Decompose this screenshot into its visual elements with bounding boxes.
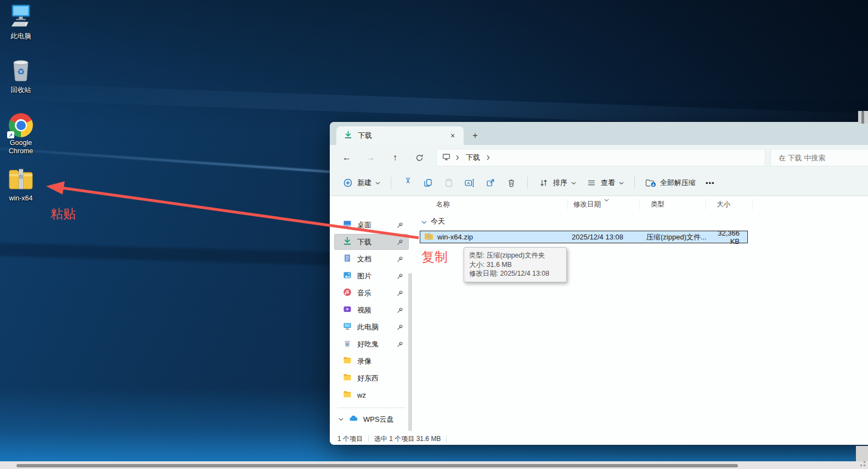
svg-text:♻: ♻	[346, 343, 348, 346]
group-header-today[interactable]: 今天	[418, 213, 868, 230]
desktop-icon-chrome[interactable]: ↗ Google Chrome	[0, 110, 42, 155]
paste-icon	[443, 177, 454, 188]
downloads-icon	[343, 237, 352, 247]
file-date: 2025/12/4 13:08	[566, 233, 643, 241]
breadcrumb-item[interactable]: 下载	[465, 152, 481, 164]
chevron-right-icon	[487, 155, 490, 160]
pin-icon	[397, 256, 403, 263]
desktop-icon-label: 回收站	[0, 86, 42, 94]
sidebar-item-haochigui[interactable]: ♻ 好吃鬼	[334, 336, 409, 352]
delete-button[interactable]	[501, 174, 522, 192]
tooltip-size: 大小: 31.6 MB	[469, 260, 561, 270]
resize-grip-icon	[864, 461, 865, 463]
folder-icon	[343, 356, 352, 366]
this-pc-icon	[8, 4, 33, 31]
horizontal-scrollbar[interactable]	[0, 461, 868, 469]
tab-downloads[interactable]: 下载 ×	[336, 126, 464, 145]
desktop-icon-label: 此电脑	[0, 32, 42, 41]
documents-icon	[343, 254, 352, 264]
tab-close-icon[interactable]: ×	[447, 130, 458, 141]
desktop-icon-win-x64[interactable]: win-x64	[0, 165, 42, 203]
desktop-icon-recycle-bin[interactable]: ♻ 回收站	[0, 57, 42, 94]
vertical-scrollbar[interactable]	[858, 111, 868, 124]
status-divider	[368, 436, 369, 443]
view-button[interactable]: 查看	[581, 174, 629, 192]
more-icon: •••	[706, 179, 715, 187]
desktop-icon-this-pc[interactable]: 此电脑	[0, 3, 42, 41]
pin-icon	[397, 290, 403, 297]
this-pc-icon	[343, 322, 352, 332]
status-divider	[446, 436, 447, 443]
sidebar-item-desktop[interactable]: 桌面	[334, 217, 409, 233]
extract-all-button[interactable]: 全部解压缩	[640, 174, 701, 192]
desktop-icon-label: win-x64	[0, 194, 42, 203]
chrome-icon: ↗	[9, 113, 33, 137]
horizontal-scrollbar-thumb[interactable]	[16, 464, 738, 467]
file-size: 32,366 KB	[708, 229, 744, 245]
new-button[interactable]: 新建	[337, 174, 385, 192]
sidebar-scrollbar[interactable]	[408, 273, 412, 431]
rename-icon: A	[464, 177, 475, 188]
folder-icon	[343, 390, 352, 400]
refresh-button[interactable]	[411, 149, 427, 166]
sort-button-label: 排序	[553, 178, 567, 188]
sidebar-item-videos[interactable]: 视频	[334, 302, 409, 318]
new-tab-button[interactable]: +	[468, 129, 482, 143]
search-input[interactable]	[777, 153, 868, 163]
zip-file-icon	[424, 232, 433, 242]
toolbar-divider	[634, 177, 635, 189]
search-box[interactable]	[770, 149, 868, 166]
share-button[interactable]	[480, 174, 501, 192]
tooltip-type: 类型: 压缩(zipped)文件夹	[469, 251, 561, 260]
sidebar-item-documents[interactable]: 文档	[334, 251, 409, 267]
breadcrumb[interactable]: 下载	[436, 149, 765, 166]
navigation-pane: 桌面 下载	[330, 196, 413, 433]
sidebar-item-this-pc[interactable]: 此电脑	[334, 319, 409, 335]
sort-caret-icon	[604, 196, 609, 203]
address-bar: ← → ↑ 下载	[330, 145, 868, 170]
item-count: 1 个项目	[337, 434, 363, 444]
rename-button[interactable]: A	[459, 174, 480, 192]
sidebar-item-downloads[interactable]: 下载	[334, 234, 409, 250]
copy-icon	[422, 177, 433, 188]
sidebar-item-luxiang[interactable]: 录像	[334, 353, 409, 369]
trash-icon	[506, 177, 517, 188]
folder-icon	[343, 373, 352, 383]
forward-button[interactable]: →	[363, 149, 379, 166]
sidebar-item-pictures[interactable]: 图片	[334, 268, 409, 284]
paste-button[interactable]	[438, 174, 459, 192]
sidebar-item-wz[interactable]: wz	[334, 387, 409, 403]
cut-icon: ✂	[402, 177, 413, 188]
chevron-down-icon	[421, 217, 427, 226]
sidebar-item-music[interactable]: 音乐	[334, 285, 409, 301]
vertical-scrollbar-thumb[interactable]	[861, 111, 864, 124]
tab-bar: 下载 × +	[330, 122, 868, 145]
shortcut-arrow-icon: ↗	[7, 131, 14, 138]
sort-button[interactable]: 排序	[533, 174, 581, 192]
copy-button[interactable]	[418, 174, 438, 192]
pin-icon	[397, 239, 403, 245]
sidebar-item-wps-cloud[interactable]: WPS云盘	[334, 411, 409, 427]
bin-icon: ♻	[343, 339, 352, 349]
column-headers: 名称 修改日期 类型 大小	[418, 197, 868, 211]
cut-button[interactable]: ✂	[397, 174, 418, 192]
chevron-down-icon	[375, 182, 380, 185]
selection-info: 选中 1 个项目 31.6 MB	[374, 434, 441, 444]
recycle-bin-icon: ♻	[9, 56, 33, 85]
resize-grip-icon	[864, 465, 865, 466]
sort-icon	[538, 177, 549, 188]
resize-grip-icon	[860, 465, 862, 466]
sidebar-item-haodongxi[interactable]: 好东西	[334, 370, 409, 386]
desktop-folder-icon	[343, 220, 352, 230]
column-header-type[interactable]: 类型	[640, 199, 706, 210]
file-row-win-x64-zip[interactable]: win-x64.zip 2025/12/4 13:08 压缩(zipped)文件…	[420, 231, 748, 243]
file-tooltip: 类型: 压缩(zipped)文件夹 大小: 31.6 MB 修改日期: 2025…	[464, 247, 567, 282]
back-button[interactable]: ←	[339, 149, 355, 166]
chevron-down-icon	[619, 182, 624, 185]
tab-title: 下载	[358, 131, 447, 141]
column-header-size[interactable]: 大小	[706, 199, 753, 210]
more-button[interactable]: •••	[701, 174, 720, 192]
pin-icon	[397, 341, 403, 348]
up-button[interactable]: ↑	[387, 149, 403, 166]
column-header-name[interactable]: 名称	[418, 199, 568, 210]
